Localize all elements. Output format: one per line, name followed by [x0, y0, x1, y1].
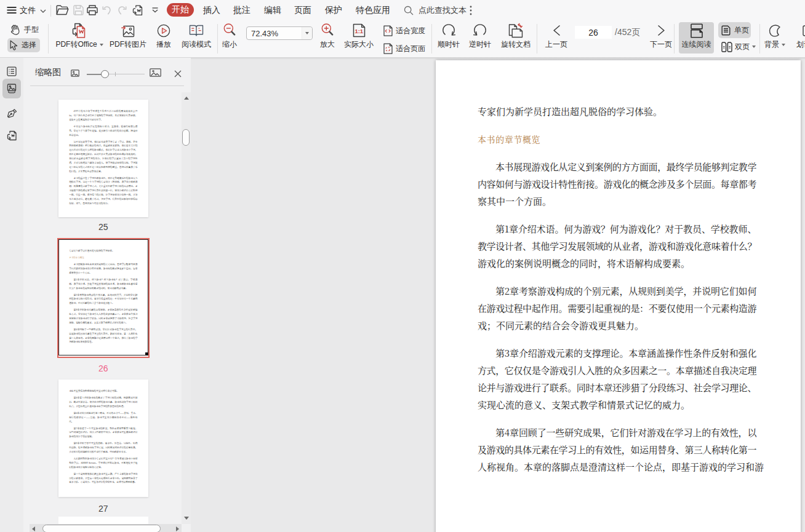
- tab-insert[interactable]: 插入: [203, 0, 220, 20]
- chevron-left-icon: [552, 23, 561, 38]
- horizontal-scroll-thumb[interactable]: [42, 525, 161, 532]
- pdf-to-image-label: PDF转图片: [110, 39, 146, 50]
- zoom-level-value: 72.43%: [247, 29, 302, 38]
- play-icon: [157, 23, 170, 38]
- thumbnail-panel-header: 缩略图: [23, 58, 191, 86]
- thumbnail-list: 幻灯片的要点与学习者在工作或生活中面临的真实挑战相去甚远。用户没有机会进行动手实…: [23, 86, 191, 532]
- background-button[interactable]: 背景: [761, 23, 789, 50]
- single-page-button[interactable]: 单页: [718, 22, 751, 38]
- scroll-up-arrow-icon[interactable]: [184, 97, 189, 100]
- horizontal-scrollbar[interactable]: [30, 524, 182, 532]
- zoom-out-button[interactable]: 缩小: [217, 23, 242, 50]
- folder-open-icon: [56, 5, 69, 15]
- rotate-counterclockwise-button[interactable]: 逆时针: [465, 23, 495, 50]
- hand-tool-button[interactable]: 手型: [9, 24, 39, 36]
- save-button[interactable]: [71, 0, 86, 20]
- sidebar-item-thumbnails[interactable]: [2, 79, 21, 98]
- sidebar-item-export[interactable]: [2, 125, 21, 145]
- print-button[interactable]: [85, 0, 100, 20]
- redo-button[interactable]: [114, 0, 129, 20]
- menu-bar: 文件: [0, 0, 805, 20]
- main-menu-button[interactable]: 文件: [7, 0, 46, 20]
- ellipsis-vertical-icon: [470, 6, 472, 15]
- document-viewer[interactable]: 专家们为新学员打造出超凡脱俗的学习体验。本书的章节概览本书展现游戏化从定义到案例…: [191, 58, 805, 532]
- slider-knob[interactable]: [101, 70, 109, 78]
- tab-edit[interactable]: 编辑: [264, 0, 281, 20]
- scroll-right-arrow-icon[interactable]: [176, 526, 179, 531]
- next-page-button[interactable]: 下一页: [646, 23, 676, 50]
- previous-page-button[interactable]: 上一页: [542, 23, 571, 50]
- page-number-input[interactable]: 26: [575, 26, 612, 39]
- doc-paragraph: 第2章考察游戏构成的个别元素，从规则到美学，并说明它们如何在游戏过程中起作用。需…: [478, 282, 756, 334]
- hand-tool-label: 手型: [24, 25, 39, 35]
- thumbnail-page-26[interactable]: 专家们为新学员打造出超凡脱俗的学习体验。本书的章节概览本书展现游戏化从定义到案例…: [58, 239, 148, 357]
- annotation-pen-icon: [7, 108, 17, 119]
- thumbnail-size-slider[interactable]: [87, 70, 145, 78]
- pdf-page: 专家们为新学员打造出超凡脱俗的学习体验。本书的章节概览本书展现游戏化从定义到案例…: [436, 60, 801, 532]
- close-panel-button[interactable]: [174, 70, 182, 77]
- doc-paragraph: 本书展现游戏化从定义到案例的方方面面，最终学员能够判定教学内容如何与游戏设计特性…: [478, 158, 756, 210]
- read-mode-label: 阅读模式: [182, 39, 211, 50]
- thumbnail-number-26: 26: [58, 363, 148, 373]
- continuous-reading-button[interactable]: 连续阅读: [679, 22, 714, 54]
- fit-width-button[interactable]: 适合宽度: [383, 25, 425, 36]
- vertical-scroll-thumb[interactable]: [182, 129, 190, 146]
- thumbnail-smaller-icon[interactable]: [71, 69, 79, 77]
- pdf-to-image-icon: [121, 23, 135, 38]
- pdf-to-office-button[interactable]: PDF转Office: [52, 23, 106, 50]
- tab-protect[interactable]: 保护: [325, 0, 342, 20]
- thumbnail-page-27[interactable]: 戏化开发变得与传统课程的开发同样有章法可循。第5章着力介绍游戏化的概念于学习目标…: [58, 379, 148, 497]
- read-mode-icon: [189, 23, 204, 38]
- zoom-level-combobox[interactable]: 72.43%: [246, 26, 313, 40]
- zoom-in-button[interactable]: 放大: [314, 23, 340, 50]
- sidebar-item-annotations[interactable]: [2, 103, 21, 123]
- rotate-clockwise-button[interactable]: 顺时针: [434, 23, 463, 50]
- fit-page-button[interactable]: 适合页面: [383, 43, 425, 54]
- customize-toolbar-button[interactable]: [148, 0, 162, 20]
- open-file-button[interactable]: [55, 0, 70, 20]
- scroll-down-arrow-icon[interactable]: [184, 517, 189, 520]
- print-icon: [87, 5, 98, 15]
- rotate-document-button[interactable]: 旋转文档: [497, 23, 534, 50]
- export-to-word-button[interactable]: [130, 0, 145, 20]
- search-box[interactable]: 点此查找文本: [404, 0, 472, 20]
- double-page-label: 双页: [735, 42, 756, 52]
- pdf-to-image-button[interactable]: PDF转图片: [106, 23, 150, 50]
- thumbnail-number-27: 27: [58, 504, 148, 514]
- fit-page-icon: [383, 43, 393, 54]
- ribbon-toolbar: 手型 选择: [0, 20, 805, 58]
- rotate-clockwise-label: 顺时针: [438, 39, 460, 50]
- read-mode-button[interactable]: 阅读模式: [181, 23, 212, 50]
- thumbnail-page-25[interactable]: 幻灯片的要点与学习者在工作或生活中面临的真实挑战相去甚远。用户没有机会进行动手实…: [58, 100, 148, 217]
- play-button[interactable]: 播放: [148, 23, 180, 50]
- search-placeholder: 点此查找文本: [419, 5, 467, 16]
- hamburger-icon: [7, 7, 17, 14]
- actual-size-button[interactable]: 1:1 实际大小: [343, 23, 374, 50]
- scroll-left-arrow-icon[interactable]: [32, 526, 35, 531]
- doc-paragraph: 第4章回顾了一些研究成果，它们针对游戏在学习上的有效性，以及游戏的具体元素在学习…: [478, 424, 756, 475]
- zoom-dropdown-button[interactable]: [302, 27, 312, 39]
- undo-icon: [102, 6, 113, 15]
- tab-annotate[interactable]: 批注: [233, 0, 250, 20]
- tab-special-apps[interactable]: 特色应用: [356, 0, 390, 20]
- caret-down-icon: [752, 46, 756, 48]
- pdf-to-office-label: PDF转Office: [55, 39, 103, 50]
- undo-button[interactable]: [100, 0, 114, 20]
- doc-continuation-line: 专家们为新学员打造出超凡脱俗的学习体验。: [478, 103, 756, 120]
- viewport-handle[interactable]: [145, 352, 148, 355]
- chevron-right-icon: [657, 23, 666, 38]
- svg-text:1:1: 1:1: [354, 28, 363, 34]
- thumbnail-page-28-partial[interactable]: [58, 517, 148, 524]
- double-page-icon: [721, 42, 732, 52]
- vertical-scrollbar[interactable]: [182, 92, 191, 524]
- divider: [674, 24, 675, 54]
- select-tool-button[interactable]: 选择: [7, 38, 40, 52]
- single-page-label: 单页: [734, 25, 749, 36]
- file-menu-label: 文件: [20, 5, 36, 16]
- thumbnail-panel-title: 缩略图: [35, 67, 61, 78]
- double-page-button[interactable]: 双页: [718, 39, 759, 54]
- word-select-button[interactable]: 划词: [796, 23, 805, 50]
- thumbnail-larger-icon[interactable]: [150, 68, 161, 77]
- tab-page[interactable]: 页面: [294, 0, 311, 20]
- tab-home[interactable]: 开始: [167, 3, 194, 17]
